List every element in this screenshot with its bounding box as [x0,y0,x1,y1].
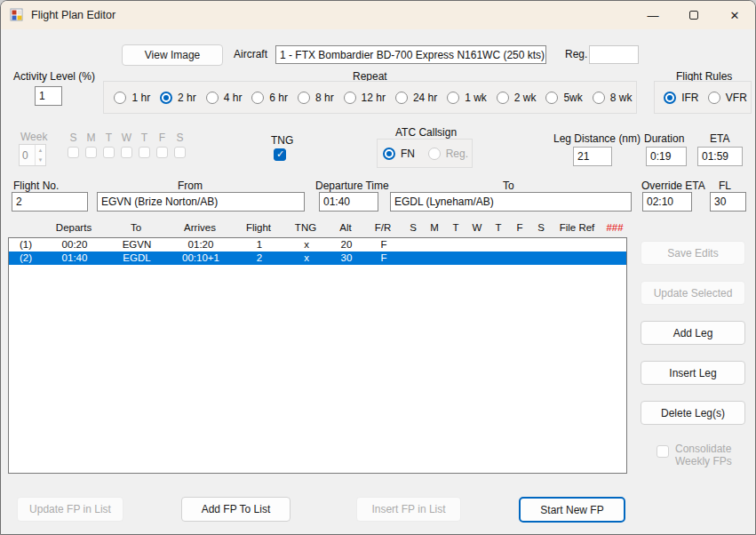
header-cell: W [466,222,488,233]
leg-row-1[interactable]: (1) 00:20 EGVN 01:20 1 x 20 F [9,238,626,252]
add-leg-button[interactable]: Add Leg [641,321,745,345]
cell-to: EGDL [107,252,167,265]
consolidate-checkbox[interactable] [657,445,669,458]
day-label: S [174,132,186,144]
from-input[interactable]: EGVN (Brize Norton/AB) [97,192,305,212]
atc-callsign-options: FN Reg. [383,140,468,167]
repeat-option-2hr[interactable]: 2 hr [160,92,196,104]
consolidate-weekly-fps[interactable]: Consolidate Weekly FPs [657,443,746,467]
day-checkbox-wed[interactable] [121,147,132,158]
header-cell: Arrives [166,222,234,233]
arrow-down-icon[interactable]: ▼ [36,156,45,166]
maximize-button[interactable] [673,1,714,29]
radio-icon [708,92,720,104]
day-label: F [156,132,168,144]
atc-option-reg[interactable]: Reg. [428,148,468,160]
close-button[interactable]: ✕ [714,1,755,29]
header-cell-hash: ### [602,222,627,233]
leg-distance-label: Leg Distance (nm) [553,132,641,145]
header-cell: T [488,222,509,233]
cell-hash [603,238,627,252]
day-label: W [121,132,132,144]
cell-num: (1) [9,238,43,252]
override-eta-input[interactable]: 02:10 [642,192,692,212]
radio-icon [114,92,126,104]
start-new-fp-button[interactable]: Start New FP [519,497,625,523]
add-fp-to-list-button[interactable]: Add FP To List [181,497,290,522]
radio-label: 2 hr [178,92,196,104]
aircraft-select[interactable]: 1 - FTX Bombardier BD-700 Express N161WC… [275,45,546,64]
reg-input[interactable] [589,45,639,64]
cell-arrives: 00:10+1 [167,252,235,265]
radio-icon [497,92,509,104]
day-checkbox-sun[interactable] [68,147,79,158]
update-fp-in-list-button[interactable]: Update FP in List [17,497,123,522]
radio-label: 5wk [563,92,582,104]
insert-leg-button[interactable]: Insert Leg [641,361,745,385]
tng-checkbox[interactable] [274,148,286,161]
header-cell: Flight [234,222,283,233]
cell-num: (2) [9,252,43,265]
day-checkbox-thu[interactable] [139,147,150,158]
app-icon [10,8,24,22]
repeat-option-8wk[interactable]: 8 wk [593,92,633,104]
departure-time-input[interactable]: 01:40 [319,192,378,212]
cell-fr: F [364,238,403,252]
arrow-up-icon[interactable]: ▲ [36,145,45,156]
radio-label: VFR [726,92,747,104]
repeat-option-1wk[interactable]: 1 wk [447,92,487,104]
cell-tng: x [284,252,329,265]
cell-arrives: 01:20 [167,238,235,252]
insert-fp-in-list-button[interactable]: Insert FP in List [356,497,461,522]
to-input[interactable]: EGDL (Lyneham/AB) [390,192,632,212]
header-cell: Departs [42,222,106,233]
repeat-option-4hr[interactable]: 4 hr [206,92,243,104]
day-checkbox-mon[interactable] [85,147,97,158]
radio-label: IFR [681,92,698,104]
reg-label: Reg. [565,48,587,60]
update-selected-button[interactable]: Update Selected [641,281,745,305]
header-cell: S [530,222,552,233]
radio-label: 8 wk [610,92,633,104]
fl-input[interactable]: 30 [710,192,746,212]
leg-row-2-selected[interactable]: (2) 01:40 EGDL 00:10+1 2 x 30 F [9,252,626,265]
legs-listbox[interactable]: (1) 00:20 EGVN 01:20 1 x 20 F (2) 01:40 … [8,237,627,474]
view-image-button[interactable]: View Image [122,44,223,66]
radio-label: 1 hr [131,92,150,104]
day-checkbox-tue[interactable] [103,147,115,158]
cell-tng: x [284,238,329,252]
minimize-icon: — [648,9,659,22]
repeat-option-1hr[interactable]: 1 hr [114,92,150,104]
week-stepper-arrows: ▲▼ [35,145,45,165]
atc-option-fn[interactable]: FN [383,148,415,160]
week-value: 0 [20,145,35,165]
activity-level-input[interactable]: 1 [35,86,62,106]
save-edits-button[interactable]: Save Edits [641,241,745,265]
flight-rules-ifr[interactable]: IFR [664,92,698,104]
day-checkbox-fri[interactable] [156,147,168,158]
header-cell: F/R [363,222,402,233]
repeat-option-6hr[interactable]: 6 hr [251,92,288,104]
repeat-option-2wk[interactable]: 2 wk [497,92,537,104]
flight-no-input[interactable]: 2 [12,192,88,212]
header-cell [8,222,42,233]
flight-rules-vfr[interactable]: VFR [708,92,747,104]
delete-legs-button[interactable]: Delete Leg(s) [641,401,745,425]
week-stepper[interactable]: 0 ▲▼ [19,144,46,166]
week-label: Week [20,131,47,143]
repeat-option-8hr[interactable]: 8 hr [298,92,334,104]
cell-day [489,238,510,252]
day-checkbox-sat[interactable] [174,147,186,158]
eta-field: 01:59 [697,147,743,166]
repeat-option-24hr[interactable]: 24 hr [395,92,437,104]
repeat-option-12hr[interactable]: 12 hr [344,92,386,104]
repeat-option-5wk[interactable]: 5wk [545,92,582,104]
maximize-icon [689,11,698,20]
header-cell: F [509,222,530,233]
radio-checked-icon [664,92,676,104]
fl-label: FL [719,180,731,192]
cell-day [531,238,553,252]
minimize-button[interactable]: — [633,1,673,29]
cell-hash [603,252,627,265]
radio-label: 12 hr [362,92,386,104]
